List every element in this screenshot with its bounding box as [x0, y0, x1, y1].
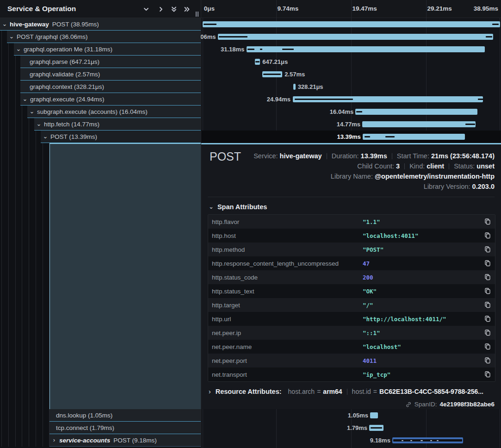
attribute-row: http.status_code 200 — [208, 270, 495, 284]
span-bar[interactable] — [362, 121, 476, 127]
copy-icon[interactable] — [484, 371, 491, 378]
copy-icon[interactable] — [484, 287, 491, 295]
operation-name: graphql.execute (24.94ms) — [30, 96, 105, 103]
span-id-value: 4e21998f3b82abe6 — [439, 401, 495, 408]
collapse-all-button[interactable] — [170, 6, 178, 13]
copy-icon[interactable] — [484, 329, 491, 336]
tree-row-hive-gateway-post[interactable]: ⌄ hive-gateway POST (38.95ms) — [0, 18, 201, 31]
span-bar[interactable] — [218, 34, 493, 40]
double-chevron-right-icon — [183, 6, 191, 13]
span-attributes-toggle[interactable]: ⌄ Span Attributes — [209, 203, 267, 211]
span-bar-inset — [247, 49, 254, 50]
timeline-row: 36.06ms — [201, 31, 501, 43]
attribute-value: "/" — [363, 302, 373, 309]
ruler-tick: 29.21ms — [427, 5, 452, 12]
attribute-row: http.flavor "1.1" — [208, 215, 495, 229]
attribute-value: "localhost" — [363, 343, 401, 350]
span-meta-line-2: Child Count: 3Kind: clientStatus: unset — [357, 162, 495, 170]
trace-viewer: ⌄ hive-gateway POST (38.95ms) ⌄ POST /gr… — [0, 0, 501, 448]
waterfall-lower: 1.05ms 1.79ms 9.18ms — [201, 409, 501, 448]
span-detail-panel: POST Service: hive-gatewayDuration: 13.3… — [201, 143, 501, 409]
tree-row-dns-lookup[interactable]: dns.lookup (1.05ms) — [49, 409, 201, 422]
span-duration-label: 647.21μs — [262, 58, 288, 65]
copy-icon[interactable] — [484, 246, 491, 253]
attribute-value: 47 — [363, 260, 370, 267]
expand-all-button[interactable] — [183, 6, 191, 13]
resource-attributes-toggle[interactable]: › Resource Attributes: host.arch = arm64… — [209, 388, 483, 395]
tree-row-post-graphql[interactable]: ⌄ POST /graphql (36.06ms) — [7, 31, 201, 43]
span-bar-inset — [385, 136, 395, 137]
tree-row-graphql-parse[interactable]: graphql.parse (647.21μs) — [20, 56, 201, 68]
span-bar-tick — [402, 440, 404, 441]
attribute-value: "POST" — [363, 246, 383, 253]
attribute-value: "1.1" — [363, 218, 380, 225]
copy-icon[interactable] — [484, 274, 491, 281]
timeline-row: 2.57ms — [201, 68, 501, 81]
span-bar-inset — [465, 124, 475, 125]
span-bar[interactable] — [355, 109, 477, 115]
chevron-down-icon[interactable]: ⌄ — [16, 47, 21, 51]
span-bar-tick — [430, 440, 432, 441]
chevron-down-icon[interactable]: ⌄ — [9, 34, 14, 39]
span-bar[interactable] — [363, 134, 465, 140]
copy-icon[interactable] — [484, 218, 491, 225]
span-bar-inset — [365, 136, 370, 137]
span-bar-inset — [263, 74, 281, 75]
attribute-key: http.response_content_length_uncompresse… — [212, 260, 363, 267]
copy-icon[interactable] — [484, 343, 491, 350]
chevron-down-icon[interactable]: ⌄ — [36, 122, 42, 126]
timeline-row: 14.77ms — [201, 118, 501, 131]
collapse-one-level-button[interactable] — [142, 6, 150, 13]
attribute-key: http.flavor — [212, 218, 363, 225]
chevron-down-icon[interactable]: ⌄ — [29, 109, 35, 114]
span-bar[interactable] — [370, 412, 378, 418]
attribute-value: 200 — [363, 274, 373, 281]
attribute-key: http.url — [212, 316, 363, 323]
copy-icon[interactable] — [484, 357, 491, 364]
span-tree-panel: ⌄ hive-gateway POST (38.95ms) ⌄ POST /gr… — [0, 0, 201, 448]
chevron-down-icon[interactable]: ⌄ — [43, 134, 48, 139]
operation-name: POST (38.95ms) — [52, 21, 99, 28]
tree-row-subgraph-execute[interactable]: ⌄ subgraph.execute (accounts) (16.04ms) — [27, 106, 201, 118]
copy-icon[interactable] — [484, 260, 491, 267]
expand-one-level-button[interactable] — [157, 6, 165, 13]
indent-guide — [15, 24, 16, 447]
attribute-key: http.status_code — [212, 274, 363, 281]
chevron-down-icon[interactable]: ⌄ — [22, 97, 28, 101]
attribute-value: "::1" — [363, 330, 380, 336]
attribute-key: http.target — [212, 302, 363, 309]
tree-row-tcp-connect[interactable]: tcp.connect (1.79ms) — [49, 422, 201, 434]
chevron-right-icon[interactable]: › — [51, 438, 57, 442]
attribute-row: http.status_text "OK" — [208, 284, 495, 298]
span-duration-label: 13.39ms — [337, 133, 360, 140]
copy-icon[interactable] — [484, 232, 491, 239]
ruler-gridline — [276, 0, 277, 18]
span-duration-label: 9.18ms — [370, 437, 390, 444]
span-bar-inset — [282, 49, 294, 50]
tree-row-graphql-validate[interactable]: graphql.validate (2.57ms) — [20, 68, 201, 81]
ruler-gridline — [351, 0, 352, 18]
timeline-panel: 0μs 9.74ms 19.47ms 29.21ms 38.95ms 36.06… — [201, 0, 501, 448]
operation-name: graphql.parse (647.21μs) — [30, 58, 99, 65]
attribute-value: "http://localhost:4011/" — [363, 316, 446, 323]
tree-row-service-accounts-post[interactable]: › service-accounts POST (9.18ms) — [49, 434, 201, 447]
resource-attr-value: BC62E13B-C4CC-5854-9788-256... — [379, 388, 483, 395]
tree-row-graphql-context[interactable]: graphql.context (328.21μs) — [20, 81, 201, 93]
timeline-row: 9.18ms — [201, 434, 501, 447]
ruler-tick: 19.47ms — [353, 5, 377, 12]
span-bar[interactable] — [203, 21, 500, 27]
attribute-row: net.peer.port 4011 — [208, 354, 495, 367]
copy-icon[interactable] — [484, 301, 491, 309]
chevron-down-icon[interactable]: ⌄ — [2, 22, 7, 26]
link-icon — [405, 401, 412, 408]
operation-name: graphql.validate (2.57ms) — [30, 71, 100, 78]
tree-row-post-selected[interactable]: ⌄ POST (13.39ms) — [41, 131, 201, 143]
copy-icon[interactable] — [484, 315, 491, 323]
tree-row-http-fetch[interactable]: ⌄ http.fetch (14.77ms) — [34, 118, 201, 131]
column-resize-grip[interactable] — [195, 12, 199, 17]
span-bar-tick — [437, 440, 439, 441]
span-bar[interactable] — [293, 84, 296, 90]
tree-row-graphql-operation[interactable]: ⌄ graphql.operation Me (31.18ms) — [14, 43, 201, 56]
tree-row-graphql-execute[interactable]: ⌄ graphql.execute (24.94ms) — [20, 93, 201, 106]
attribute-row: http.method "POST" — [208, 243, 495, 256]
